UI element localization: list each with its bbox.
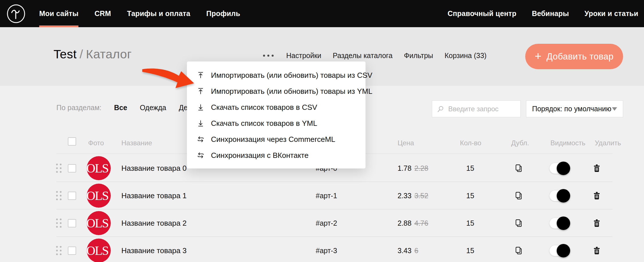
- product-qty: 15: [466, 209, 474, 237]
- drag-handle[interactable]: [55, 209, 62, 237]
- product-photo[interactable]: OLS: [87, 211, 111, 235]
- duplicate-icon[interactable]: [514, 182, 523, 209]
- product-old-price: 3.52: [414, 192, 428, 200]
- delete-icon[interactable]: [592, 209, 601, 237]
- nav-item-webinars[interactable]: Вебинары: [532, 0, 569, 27]
- menu-item-catalog-sections[interactable]: Разделы каталога: [333, 51, 393, 60]
- import-export-dropdown: Импортировать (или обновить) товары из C…: [187, 61, 366, 168]
- product-sku: #арт-1: [316, 182, 337, 209]
- top-nav: Мои сайты CRM Тарифы и оплата Профиль Сп…: [0, 0, 644, 27]
- column-header-delete: Удалить: [595, 139, 621, 147]
- row-checkbox[interactable]: [68, 219, 76, 227]
- product-old-price: 2.28: [414, 164, 428, 172]
- delete-icon[interactable]: [592, 154, 601, 182]
- visibility-toggle[interactable]: [550, 245, 568, 256]
- product-name[interactable]: Название товара 0: [121, 154, 187, 182]
- download-icon: [197, 103, 205, 111]
- product-name[interactable]: Название товара 2: [121, 209, 187, 237]
- column-header-qty: Кол-во: [460, 139, 481, 147]
- search-input[interactable]: [448, 105, 516, 113]
- select-all-checkbox[interactable]: [68, 137, 76, 146]
- drag-handle[interactable]: [55, 237, 62, 262]
- menu-item-import-yml[interactable]: Импортировать (или обновить) товары из Y…: [187, 83, 366, 99]
- filter-chip-all[interactable]: Все: [114, 104, 127, 112]
- nav-item-profile[interactable]: Профиль: [206, 0, 240, 27]
- visibility-toggle[interactable]: [550, 163, 568, 174]
- toggle-knob: [557, 162, 570, 175]
- drag-handle[interactable]: [55, 154, 62, 182]
- sync-icon: [197, 151, 205, 159]
- product-sku: #арт-3: [316, 237, 337, 262]
- upload-icon: [197, 87, 205, 95]
- download-icon: [197, 119, 205, 127]
- table-row: OLS Название товара 3 #арт-3 3.436 15: [0, 237, 644, 262]
- duplicate-icon[interactable]: [514, 237, 523, 262]
- delete-icon[interactable]: [592, 182, 601, 209]
- row-checkbox[interactable]: [68, 192, 76, 200]
- menu-item-export-csv[interactable]: Скачать список товаров в CSV: [187, 99, 366, 115]
- breadcrumb-page: Каталог: [86, 47, 132, 61]
- chevron-down-icon: [612, 107, 617, 111]
- product-price: 1.78: [398, 164, 412, 172]
- menu-item-import-csv[interactable]: Импортировать (или обновить) товары из C…: [187, 67, 366, 83]
- duplicate-icon[interactable]: [514, 154, 523, 182]
- nav-right-group: Справочный центр Вебинары Уроки и статьи: [448, 0, 638, 27]
- drag-handle[interactable]: [55, 182, 62, 209]
- nav-item-lessons[interactable]: Уроки и статьи: [584, 0, 638, 27]
- column-header-visibility: Видимость: [550, 139, 585, 147]
- delete-icon[interactable]: [592, 237, 601, 262]
- duplicate-icon[interactable]: [514, 209, 523, 237]
- nav-left-group: Мои сайты CRM Тарифы и оплата Профиль: [39, 0, 240, 27]
- filter-label: По разделам:: [56, 104, 102, 112]
- menu-item-cart[interactable]: Корзина (33): [445, 51, 487, 60]
- tilda-logo-icon[interactable]: [6, 4, 26, 23]
- column-header-name: Название: [121, 139, 152, 147]
- menu-item-sync-vkontakte[interactable]: Синхронизация с ВКонтакте: [187, 147, 366, 163]
- breadcrumb-site[interactable]: Test: [54, 47, 77, 61]
- column-header-duplicate: Дубл.: [511, 139, 529, 147]
- product-old-price: 6: [414, 247, 418, 255]
- menu-item-export-yml[interactable]: Скачать список товаров в YML: [187, 115, 366, 131]
- product-price: 3.43: [398, 247, 412, 255]
- product-price: 2.33: [398, 192, 412, 200]
- product-qty: 15: [466, 237, 474, 262]
- sort-dropdown[interactable]: Порядок: по умолчанию: [526, 100, 623, 117]
- visibility-toggle[interactable]: [550, 218, 568, 229]
- menu-item-settings[interactable]: Настройки: [286, 51, 321, 60]
- menu-item-filters[interactable]: Фильтры: [404, 51, 433, 60]
- product-old-price: 4.76: [414, 219, 428, 227]
- sort-value: Порядок: по умолчанию: [532, 105, 611, 113]
- visibility-toggle[interactable]: [550, 190, 568, 201]
- more-options-icon[interactable]: [262, 52, 275, 59]
- product-price: 2.88: [398, 219, 412, 227]
- filter-chip-clothes[interactable]: Одежда: [140, 104, 166, 112]
- plus-icon: +: [535, 50, 541, 62]
- product-photo[interactable]: OLS: [87, 184, 111, 208]
- product-qty: 15: [466, 154, 474, 182]
- product-photo[interactable]: OLS: [87, 239, 111, 262]
- breadcrumb-separator: /: [77, 47, 86, 61]
- nav-item-tariffs[interactable]: Тарифы и оплата: [127, 0, 190, 27]
- row-checkbox[interactable]: [68, 247, 76, 255]
- breadcrumb: Test/Каталог: [54, 47, 132, 61]
- product-qty: 15: [466, 182, 474, 209]
- table-row: OLS Название товара 1 #арт-1 2.333.52 15: [0, 182, 644, 209]
- nav-item-help-center[interactable]: Справочный центр: [448, 0, 516, 27]
- menu-item-sync-commerceml[interactable]: Синхронизация через CommerceML: [187, 131, 366, 147]
- table-row: OLS Название товара 2 #арт-2 2.884.76 15: [0, 209, 644, 237]
- row-checkbox[interactable]: [68, 164, 76, 172]
- column-header-price: Цена: [398, 139, 414, 147]
- toggle-knob: [557, 217, 570, 230]
- nav-item-crm[interactable]: CRM: [94, 0, 111, 27]
- nav-item-my-sites[interactable]: Мои сайты: [39, 0, 78, 27]
- upload-icon: [197, 71, 205, 79]
- sync-icon: [197, 135, 205, 143]
- product-name[interactable]: Название товара 1: [121, 182, 187, 209]
- search-box: [432, 100, 521, 117]
- search-icon: [437, 105, 444, 113]
- add-product-button[interactable]: + Добавить товар: [525, 44, 623, 69]
- toggle-knob: [557, 244, 570, 257]
- product-name[interactable]: Название товара 3: [121, 237, 187, 262]
- product-photo[interactable]: OLS: [87, 156, 111, 180]
- catalog-menu-row: Настройки Разделы каталога Фильтры Корзи…: [262, 51, 487, 60]
